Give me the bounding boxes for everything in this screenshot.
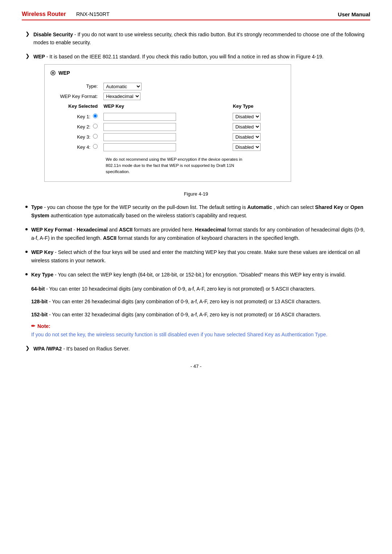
note-label: ✏ Note: <box>31 323 367 329</box>
main-content: ❯ Disable Security - If you do not want … <box>22 30 370 353</box>
note-label-text: Note: <box>37 323 50 329</box>
key-type-item-text: Key Type - You can select the WEP key le… <box>31 271 367 279</box>
wep-intro-text: WEP - It is based on the IEEE 802.11 sta… <box>33 53 367 185</box>
type-item: Type - you can choose the type for the W… <box>25 203 367 220</box>
key1-type-select[interactable]: Disabled 64-bit 128-bit 152-bit <box>233 113 261 120</box>
key1-label: Key 1: <box>50 112 101 122</box>
wep-warning-row: We do not recommend using the WEP encryp… <box>50 152 285 176</box>
note-text: If you do not set the key, the wireless … <box>31 331 367 339</box>
type-default-value: Automatic <box>247 204 272 210</box>
wep-key-format-row: WEP Key Format: Hexadecimal ASCII <box>50 91 285 102</box>
wpa-text: WPA /WPA2 - It's based on Radius Server. <box>33 345 367 353</box>
sub-para-64bit: 64-bit - You can enter 10 hexadecimal di… <box>31 285 367 293</box>
disable-security-text: Disable Security - If you do not want to… <box>33 30 367 47</box>
key3-label: Key 3: <box>50 132 101 142</box>
col-key-selected-header: Key Selected <box>50 102 101 112</box>
sub-para-152bit: 152-bit - You can enter 32 hexadecimal d… <box>31 311 367 319</box>
arrow-icon-3: ❯ <box>25 345 30 351</box>
key4-input[interactable] <box>103 143 176 151</box>
key3-type-select[interactable]: Disabled 64-bit 128-bit 152-bit <box>233 133 261 141</box>
wep-key-item-text: WEP Key - Select which of the four keys … <box>31 248 367 265</box>
key3-type-cell: Disabled 64-bit 128-bit 152-bit <box>230 132 285 142</box>
wep-key-item: WEP Key - Select which of the four keys … <box>25 248 367 265</box>
type-select[interactable]: Automatic Shared Key Open System <box>103 83 142 90</box>
key2-label: Key 2: <box>50 122 101 132</box>
key4-radio[interactable] <box>93 144 98 149</box>
dot-bullet-key-type <box>25 273 28 275</box>
key4-input-cell <box>101 142 230 152</box>
type-label: Type: <box>50 82 101 92</box>
wpa-desc: - It's based on Radius Server. <box>63 346 130 352</box>
key1-radio[interactable] <box>93 114 98 118</box>
type-item-label: Type <box>31 204 43 210</box>
dot-bullet-type <box>25 206 28 208</box>
key-type-item: Key Type - You can select the WEP key le… <box>25 271 367 279</box>
wep-box-header: WEP <box>50 69 285 77</box>
key2-type-select[interactable]: Disabled 64-bit 128-bit 152-bit <box>233 123 261 131</box>
bullet-disable-security: ❯ Disable Security - If you do not want … <box>25 30 367 47</box>
note-section: ✏ Note: If you do not set the key, the w… <box>31 323 367 339</box>
key-column-headers: Key Selected WEP Key Key Type <box>50 102 285 112</box>
key3-input-cell <box>101 132 230 142</box>
wep-key-format-item-text: WEP Key Format - Hexadecimal and ASCII f… <box>31 226 367 242</box>
wep-config-table: Type: Automatic Shared Key Open System <box>50 82 285 176</box>
wep-box-title: WEP <box>58 69 70 77</box>
key4-type-cell: Disabled 64-bit 128-bit 152-bit <box>230 142 285 152</box>
disable-security-label: Disable Security <box>33 32 73 37</box>
col-key-type-header: Key Type <box>230 102 285 112</box>
type-item-text: Type - you can choose the type for the W… <box>31 203 367 220</box>
key1-input-cell <box>101 112 230 122</box>
arrow-icon: ❯ <box>25 31 30 37</box>
wep-label: WEP <box>33 54 45 59</box>
note-icon: ✏ <box>31 323 35 329</box>
page-number: - 47 - <box>22 364 370 369</box>
type-row: Type: Automatic Shared Key Open System <box>50 82 285 92</box>
dot-bullet-wep-key-format <box>25 228 28 230</box>
key4-row: Key 4: Disabled 64-bit 128-bit <box>50 142 285 152</box>
header-left: Wireless Router RNX-N150RT <box>22 11 110 17</box>
key4-type-select[interactable]: Disabled 64-bit 128-bit 152-bit <box>233 143 261 151</box>
disable-security-desc: - If you do not want to use wireless sec… <box>33 32 364 45</box>
sub-para-128bit: 128-bit - You can enter 26 hexadecimal d… <box>31 297 367 306</box>
arrow-icon-2: ❯ <box>25 53 30 59</box>
dot-bullet-wep-key <box>25 251 28 253</box>
key3-input[interactable] <box>103 133 176 141</box>
key2-row: Key 2: Disabled 64-bit 128-bit <box>50 122 285 132</box>
key1-type-cell: Disabled 64-bit 128-bit 152-bit <box>230 112 285 122</box>
bullet-wpa: ❯ WPA /WPA2 - It's based on Radius Serve… <box>25 345 367 353</box>
wep-key-format-select[interactable]: Hexadecimal ASCII <box>103 93 140 100</box>
wep-radio-button[interactable] <box>50 70 56 75</box>
key3-radio[interactable] <box>93 134 98 139</box>
wep-warning-text: We do not recommend using the WEP encryp… <box>103 156 256 175</box>
key2-input[interactable] <box>103 123 176 131</box>
wep-key-format-item: WEP Key Format - Hexadecimal and ASCII f… <box>25 226 367 242</box>
page-header: Wireless Router RNX-N150RT User Manual <box>22 11 370 20</box>
key2-input-cell <box>101 122 230 132</box>
wpa-label: WPA /WPA2 <box>33 346 62 352</box>
key1-input[interactable] <box>103 113 176 121</box>
key2-type-cell: Disabled 64-bit 128-bit 152-bit <box>230 122 285 132</box>
wep-box: WEP Type: Automatic Shared Key Open S <box>44 64 291 182</box>
page: Wireless Router RNX-N150RT User Manual ❯… <box>0 0 392 554</box>
key2-radio[interactable] <box>93 124 98 128</box>
wep-key-format-label: WEP Key Format: <box>50 91 101 102</box>
figure-caption: Figure 4-19 <box>25 191 367 197</box>
feature-list: Type - you can choose the type for the W… <box>25 203 367 279</box>
brand-label: Wireless Router <box>22 11 66 17</box>
bullet-wep: ❯ WEP - It is based on the IEEE 802.11 s… <box>25 53 367 185</box>
col-wep-key-header: WEP Key <box>101 102 230 112</box>
key3-row: Key 3: Disabled 64-bit 128-bit <box>50 132 285 142</box>
model-label: RNX-N150RT <box>76 11 110 17</box>
wep-key-format-select-cell: Hexadecimal ASCII <box>101 91 230 102</box>
key1-row: Key 1: Disabled 64-bit 128-bit <box>50 112 285 122</box>
key4-label: Key 4: <box>50 142 101 152</box>
wep-desc: - It is based on the IEEE 802.11 standar… <box>46 54 323 59</box>
section-label: User Manual <box>338 11 370 17</box>
type-select-cell: Automatic Shared Key Open System <box>101 82 230 92</box>
